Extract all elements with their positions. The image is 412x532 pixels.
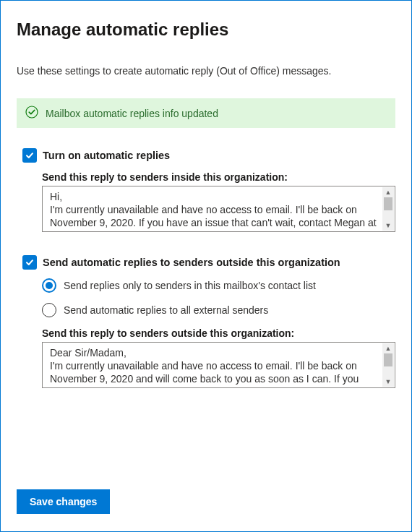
intro-text: Use these settings to create automatic r… [17,65,395,77]
external-reply-content: Dear Sir/Madam, I'm currently unavailabl… [50,346,382,386]
enable-autoreply-label: Turn on automatic replies [43,150,170,161]
save-changes-button[interactable]: Save changes [17,489,110,514]
success-banner: Mailbox automatic replies info updated [17,98,395,128]
scroll-down-icon[interactable]: ▼ [382,377,394,387]
scroll-down-icon[interactable]: ▼ [382,220,394,231]
radio-all-external[interactable] [42,303,56,317]
scroll-thumb[interactable] [384,353,392,366]
external-reply-textarea[interactable]: Dear Sir/Madam, I'm currently unavailabl… [42,342,395,388]
internal-reply-content: Hi, I'm currently unavailable and have n… [50,190,382,230]
scrollbar[interactable]: ▲ ▼ [382,187,394,231]
internal-reply-label: Send this reply to senders inside this o… [42,171,395,183]
scrollbar[interactable]: ▲ ▼ [382,343,394,387]
radio-contacts-label: Send replies only to senders in this mai… [64,280,316,291]
scroll-up-icon[interactable]: ▲ [382,343,394,353]
enable-external-checkbox[interactable] [22,255,37,270]
external-reply-label: Send this reply to senders outside this … [42,327,395,339]
page-title: Manage automatic replies [17,20,395,40]
internal-reply-textarea[interactable]: Hi, I'm currently unavailable and have n… [42,186,395,232]
svg-point-0 [26,106,38,118]
scroll-up-icon[interactable]: ▲ [382,187,394,197]
banner-text: Mailbox automatic replies info updated [46,108,218,119]
check-circle-icon [25,106,38,121]
radio-contacts-only[interactable] [42,278,56,293]
enable-external-label: Send automatic replies to senders outsid… [43,257,340,268]
scroll-thumb[interactable] [384,197,392,210]
enable-autoreply-checkbox[interactable] [22,148,37,163]
radio-all-label: Send automatic replies to all external s… [64,304,268,316]
